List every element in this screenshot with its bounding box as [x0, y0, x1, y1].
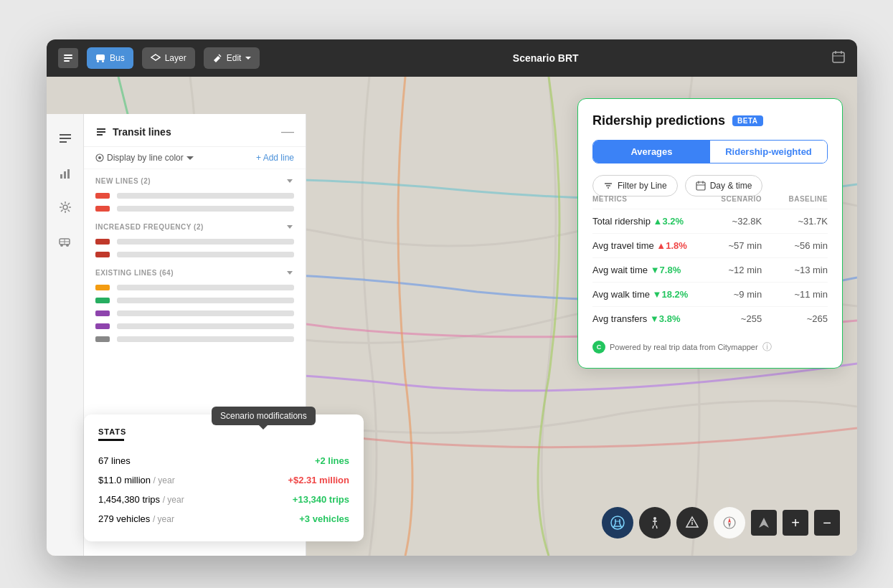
svg-rect-13	[60, 174, 62, 179]
stats-divider	[98, 439, 124, 441]
svg-marker-27	[287, 271, 293, 275]
day-time-filter-button[interactable]: Day & time	[685, 175, 763, 196]
svg-marker-7	[245, 57, 251, 60]
compass-button[interactable]	[714, 507, 745, 539]
toolbar: Bus Layer Edit Scenario BRT	[47, 39, 857, 77]
metric-label: Avg transfers ▼3.8%	[592, 307, 696, 331]
line-name-bar	[117, 252, 294, 257]
svg-point-5	[102, 60, 104, 62]
stats-row-cost: $11.0 million / year +$2.31 million	[98, 470, 349, 490]
list-item[interactable]	[84, 307, 306, 320]
info-button[interactable]	[676, 507, 708, 539]
bus-mode-button[interactable]: Bus	[87, 47, 133, 69]
stats-delta-vehicles: +3 vehicles	[299, 513, 349, 524]
svg-marker-6	[151, 54, 160, 60]
metric-scenario-val: ~12 min	[696, 258, 762, 283]
icon-rail	[47, 114, 84, 556]
stats-delta-trips: +13,340 trips	[293, 494, 349, 505]
app-window: Bus Layer Edit Scenario BRT	[47, 39, 857, 556]
line-name-bar	[117, 323, 294, 329]
vehicle-icon[interactable]	[52, 229, 78, 255]
line-name-bar	[117, 285, 294, 290]
add-line-button[interactable]: + Add line	[256, 153, 294, 163]
scenario-modifications-tooltip: Scenario modifications	[212, 407, 316, 425]
list-item[interactable]	[84, 281, 306, 294]
svg-rect-15	[67, 169, 70, 179]
line-color-indicator	[95, 252, 110, 257]
scenario-title: Scenario BRT	[268, 52, 823, 64]
metric-scenario-val: ~57 min	[696, 234, 762, 258]
filter-by-line-button[interactable]: Filter by Line	[592, 175, 678, 196]
stats-main-value: $11.0 million / year	[98, 475, 175, 485]
list-item[interactable]	[84, 189, 306, 202]
line-color-indicator	[95, 206, 110, 212]
stats-delta-cost: +$2.31 million	[288, 475, 349, 485]
powered-row: C Powered by real trip data from Citymap…	[592, 341, 828, 354]
ridership-tabs: Averages Ridership-weighted	[592, 140, 828, 163]
citymapper-logo: C	[592, 341, 605, 354]
line-name-bar	[117, 298, 294, 303]
calendar-icon-button[interactable]	[831, 49, 846, 67]
stats-row-trips: 1,454,380 trips / year +13,340 trips	[98, 490, 349, 509]
svg-rect-0	[64, 54, 72, 56]
table-row: Avg transfers ▼3.8% ~255 ~265	[592, 307, 828, 331]
stats-delta-lines: +2 lines	[315, 455, 349, 466]
list-item[interactable]	[84, 248, 306, 261]
table-row: Avg walk time ▼18.2% ~9 min ~11 min	[592, 283, 828, 307]
tab-averages[interactable]: Averages	[593, 141, 710, 163]
metric-baseline-val: ~13 min	[762, 258, 828, 283]
zoom-out-button[interactable]: −	[814, 510, 840, 536]
map-area[interactable]: Transit lines — Display by line color + …	[47, 77, 857, 556]
svg-point-40	[691, 520, 693, 521]
metric-scenario-val: ~32.8K	[696, 209, 762, 234]
svg-point-16	[63, 205, 67, 209]
svg-marker-25	[287, 179, 293, 183]
display-label: Display by line color	[95, 153, 194, 163]
table-row: Total ridership ▲3.2% ~32.8K ~31.7K	[592, 209, 828, 234]
line-name-bar	[117, 336, 294, 342]
svg-point-19	[66, 244, 69, 247]
metric-label: Avg walk time ▼18.2%	[592, 283, 696, 307]
panel-title: Transit lines	[95, 126, 171, 138]
stats-panel: STATS 67 lines +2 lines $11.0 million / …	[84, 414, 364, 541]
line-name-bar	[117, 206, 294, 212]
svg-rect-3	[96, 54, 105, 60]
metric-scenario-val: ~9 min	[696, 283, 762, 307]
line-name-bar	[117, 193, 294, 199]
settings-icon[interactable]	[52, 194, 78, 220]
list-item[interactable]	[84, 294, 306, 307]
list-item[interactable]	[84, 333, 306, 346]
svg-point-23	[98, 156, 101, 159]
increased-frequency-header: INCREASED FREQUENCY (2)	[84, 215, 306, 235]
analytics-icon[interactable]	[52, 160, 78, 186]
accessibility-button[interactable]	[639, 507, 671, 539]
table-row: Avg travel time ▲1.8% ~57 min ~56 min	[592, 234, 828, 258]
metric-label: Avg travel time ▲1.8%	[592, 234, 696, 258]
svg-rect-14	[64, 171, 66, 179]
stats-row-lines: 67 lines +2 lines	[98, 451, 349, 470]
svg-rect-8	[833, 52, 844, 62]
metric-scenario-val: ~255	[696, 307, 762, 331]
panel-collapse-button[interactable]: —	[281, 124, 294, 139]
svg-rect-2	[64, 60, 70, 62]
zoom-in-button[interactable]: +	[783, 510, 808, 536]
science-button[interactable]	[602, 507, 633, 539]
app-logo	[58, 48, 78, 68]
baseline-col: BASELINE	[762, 195, 828, 209]
transit-lines-icon[interactable]	[52, 125, 78, 151]
scenario-col: SCENARIO	[696, 195, 762, 209]
ridership-panel-header: Ridership predictions BETA	[592, 113, 828, 128]
svg-point-37	[653, 517, 656, 520]
metric-baseline-val: ~31.7K	[762, 209, 828, 234]
list-item[interactable]	[84, 235, 306, 248]
new-lines-header: NEW LINES (2)	[84, 169, 306, 189]
list-item[interactable]	[84, 202, 306, 215]
stats-main-value: 279 vehicles / year	[98, 513, 174, 524]
navigate-button[interactable]	[751, 510, 777, 536]
tab-ridership-weighted[interactable]: Ridership-weighted	[710, 141, 827, 163]
edit-button[interactable]: Edit	[204, 47, 260, 69]
stats-main-value: 1,454,380 trips / year	[98, 494, 184, 505]
list-item[interactable]	[84, 320, 306, 333]
line-color-indicator	[95, 323, 110, 329]
layer-button[interactable]: Layer	[142, 47, 195, 69]
